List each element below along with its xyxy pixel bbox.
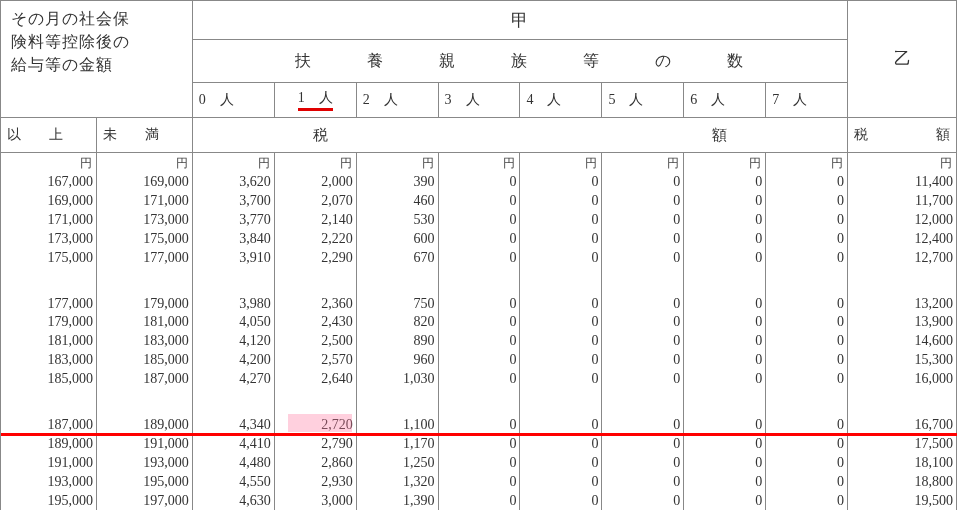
dep-cell: 3,980 — [192, 267, 274, 313]
dep-cell: 0 — [520, 172, 602, 191]
dep-cell: 0 — [684, 267, 766, 313]
dep-cell: 0 — [766, 172, 848, 191]
salary-label-line: その月の社会保 — [11, 7, 182, 30]
range-cell: 173,000 — [1, 229, 97, 248]
dep-col-header: 3 人 — [438, 83, 520, 118]
dep-cell: 0 — [602, 434, 684, 453]
dep-cell: 0 — [684, 434, 766, 453]
range-cell: 169,000 — [96, 172, 192, 191]
range-cell: 181,000 — [1, 331, 97, 350]
dep-cell: 820 — [356, 312, 438, 331]
range-cell: 177,000 — [96, 248, 192, 267]
dep-cell: 2,640 — [274, 369, 356, 388]
dep-cell: 2,290 — [274, 248, 356, 267]
dep-cell: 0 — [438, 312, 520, 331]
dep-cell: 890 — [356, 331, 438, 350]
dep-cell: 2,140 — [274, 210, 356, 229]
otsu-cell: 18,100 — [848, 453, 957, 472]
otsu-cell: 12,000 — [848, 210, 957, 229]
dep-cell: 0 — [438, 369, 520, 388]
yen-unit: 円 — [520, 153, 602, 173]
dep-cell: 2,500 — [274, 331, 356, 350]
range-cell: 181,000 — [96, 312, 192, 331]
dep-cell: 750 — [356, 267, 438, 313]
dep-cell: 0 — [602, 210, 684, 229]
range-cell: 185,000 — [1, 369, 97, 388]
table-row: 185,000187,0004,2702,6401,0300000016,000 — [1, 369, 957, 388]
dep-cell: 0 — [766, 331, 848, 350]
dep-cell: 0 — [602, 350, 684, 369]
yen-unit: 円 — [274, 153, 356, 173]
miman-header: 未 満 — [96, 118, 192, 153]
table-row: 177,000179,0003,9802,3607500000013,200 — [1, 267, 957, 313]
dep-cell: 0 — [684, 350, 766, 369]
dep-cell: 0 — [438, 388, 520, 434]
table-row: 187,000189,0004,3402,7201,1000000016,700 — [1, 388, 957, 434]
dep-cell: 3,700 — [192, 191, 274, 210]
dep-cell: 0 — [602, 172, 684, 191]
dep-cell: 0 — [684, 369, 766, 388]
dep-cell: 0 — [766, 434, 848, 453]
dep-cell: 0 — [520, 453, 602, 472]
otsu-cell: 13,900 — [848, 312, 957, 331]
dependents-label: 扶 養 親 族 等 の 数 — [192, 40, 847, 83]
dep-cell: 1,030 — [356, 369, 438, 388]
dep-cell: 0 — [438, 472, 520, 491]
otsu-cell: 15,300 — [848, 350, 957, 369]
dep-cell: 0 — [766, 312, 848, 331]
dep-cell: 2,000 — [274, 172, 356, 191]
otsu-cell: 16,000 — [848, 369, 957, 388]
dep-cell: 2,570 — [274, 350, 356, 369]
kou-header: 甲 — [192, 1, 847, 40]
range-cell: 173,000 — [96, 210, 192, 229]
dep-cell: 0 — [684, 172, 766, 191]
otsu-cell: 17,500 — [848, 434, 957, 453]
range-cell: 179,000 — [1, 312, 97, 331]
range-cell: 171,000 — [96, 191, 192, 210]
highlight-row-line — [1, 433, 957, 436]
dep-cell: 0 — [520, 350, 602, 369]
dep-cell: 0 — [438, 331, 520, 350]
yen-unit: 円 — [602, 153, 684, 173]
dep-cell: 0 — [684, 191, 766, 210]
otsu-cell: 11,700 — [848, 191, 957, 210]
dep-cell: 960 — [356, 350, 438, 369]
table-row: 189,000191,0004,4102,7901,1700000017,500 — [1, 434, 957, 453]
zei-label: 税 — [313, 126, 328, 145]
yen-unit: 円 — [848, 153, 957, 173]
dep-cell: 0 — [602, 312, 684, 331]
dep-cell: 0 — [766, 229, 848, 248]
dep-cell: 670 — [356, 248, 438, 267]
dep-col-header: 5 人 — [602, 83, 684, 118]
range-cell: 179,000 — [96, 267, 192, 313]
dep-cell: 0 — [520, 191, 602, 210]
salary-label-line: 険料等控除後の — [11, 30, 182, 53]
dep-cell: 530 — [356, 210, 438, 229]
dep-cell: 0 — [520, 331, 602, 350]
dep-cell: 0 — [602, 388, 684, 434]
table-row: 181,000183,0004,1202,5008900000014,600 — [1, 331, 957, 350]
table-row: 175,000177,0003,9102,2906700000012,700 — [1, 248, 957, 267]
range-cell: 189,000 — [96, 388, 192, 434]
yen-unit: 円 — [96, 153, 192, 173]
range-cell: 167,000 — [1, 172, 97, 191]
table-row: 171,000173,0003,7702,1405300000012,000 — [1, 210, 957, 229]
table-row: 169,000171,0003,7002,0704600000011,700 — [1, 191, 957, 210]
dep-cell: 0 — [684, 388, 766, 434]
yen-unit: 円 — [356, 153, 438, 173]
dep-cell: 4,410 — [192, 434, 274, 453]
dep-cell: 2,070 — [274, 191, 356, 210]
dep-cell: 0 — [520, 229, 602, 248]
dep-cell: 0 — [520, 434, 602, 453]
yen-unit: 円 — [684, 153, 766, 173]
dep-cell: 600 — [356, 229, 438, 248]
dep-col-header: 6 人 — [684, 83, 766, 118]
range-cell: 191,000 — [96, 434, 192, 453]
dep-cell: 0 — [438, 453, 520, 472]
range-cell: 171,000 — [1, 210, 97, 229]
dep-cell: 0 — [520, 369, 602, 388]
dep-cell: 1,250 — [356, 453, 438, 472]
gaku-label: 額 — [712, 126, 727, 145]
dep-cell: 4,340 — [192, 388, 274, 434]
dep-cell: 0 — [766, 472, 848, 491]
